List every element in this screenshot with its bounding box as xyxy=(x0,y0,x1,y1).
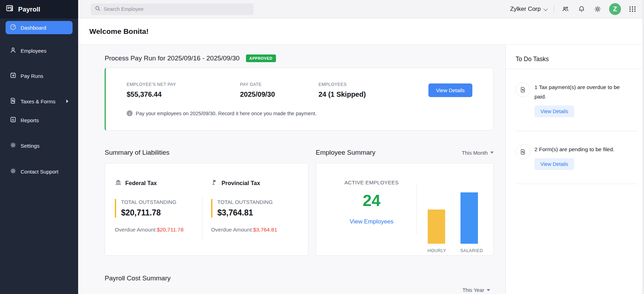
chevron-down-icon xyxy=(544,6,548,11)
month-filter-dropdown[interactable]: This Month xyxy=(462,150,494,156)
todo-task-pending-forms: 2 Form(s) are pending to be filed. View … xyxy=(506,131,644,170)
year-filter-dropdown[interactable]: This Year xyxy=(462,287,494,293)
filter-value: This Year xyxy=(462,287,484,293)
hourly-bar xyxy=(428,210,445,244)
flag-icon xyxy=(211,179,218,187)
bar-label-hourly: HOURLY xyxy=(428,248,445,253)
task-view-details-button[interactable]: View Details xyxy=(534,158,574,170)
sidebar-item-reports[interactable]: Reports xyxy=(6,113,73,127)
avatar-letter: Z xyxy=(613,6,617,13)
payroll-cost-section: Payroll Cost Summary This Year xyxy=(105,274,494,293)
liabilities-section: Summary of Liabilities xyxy=(105,148,308,256)
outstanding-label: TOTAL OUTSTANDING xyxy=(121,199,202,205)
employees-icon xyxy=(10,47,16,54)
payroll-cost-heading: Payroll Cost Summary xyxy=(105,274,494,282)
page-scrollbar[interactable] xyxy=(642,0,644,294)
sidebar-item-taxes-forms[interactable]: Taxes & Forms xyxy=(6,95,73,108)
payroll-app: Payroll Dashboard Employees xyxy=(0,0,644,294)
caret-down-icon xyxy=(487,289,490,291)
provincial-tax-block: Provincial Tax TOTAL OUTSTANDING $3,764.… xyxy=(202,179,277,255)
liabilities-card: Federal Tax TOTAL OUTSTANDING $20,711.78… xyxy=(105,163,308,256)
sidebar-item-dashboard[interactable]: Dashboard xyxy=(6,21,73,34)
app-logo: Payroll xyxy=(0,0,78,19)
payroll-logo-icon xyxy=(6,4,15,15)
active-employees-label: ACTIVE EMPLOYEES xyxy=(344,179,399,185)
todo-heading: To Do Tasks xyxy=(516,56,549,63)
stat-label: EMPLOYEE'S NET PAY xyxy=(127,82,240,87)
bar-salaried xyxy=(460,192,478,244)
task-text: 1 Tax payment(s) are overdue to be paid. xyxy=(534,82,631,101)
status-badge: APPROVED xyxy=(246,54,276,62)
pay-run-card: EMPLOYEE'S NET PAY $55,376.44 PAY DATE 2… xyxy=(105,68,494,131)
dashboard-icon xyxy=(10,24,16,31)
task-view-details-button[interactable]: View Details xyxy=(534,105,574,117)
view-employees-link[interactable]: View Employees xyxy=(350,218,393,225)
overdue-label: Overdue Amount: xyxy=(115,227,157,233)
pay-run-note: i Pay your employees on 2025/09/30. Reco… xyxy=(127,110,472,116)
sidebar-item-contact-support[interactable]: Contact Support xyxy=(6,165,73,178)
topbar-divider xyxy=(554,5,554,13)
bell-icon[interactable] xyxy=(577,5,586,14)
salaried-bar xyxy=(460,192,478,244)
form-document-icon xyxy=(516,145,530,159)
task-text: 2 Form(s) are pending to be filed. xyxy=(534,145,631,154)
page-title: Welcome Bonita! xyxy=(89,27,149,36)
sidebar-nav: Dashboard Employees Pay Runs xyxy=(0,19,78,178)
sidebar-item-label: Contact Support xyxy=(21,169,58,175)
employee-search[interactable] xyxy=(91,3,254,15)
pay-run-header: Process Pay Run for 2025/09/16 - 2025/09… xyxy=(105,54,494,62)
overdue-amount: $3,764.81 xyxy=(253,227,277,233)
bank-icon xyxy=(115,179,122,187)
todo-panel: To Do Tasks 1 Tax payment(s) are overdue… xyxy=(506,45,644,294)
tax-document-icon xyxy=(516,82,530,97)
gear-icon[interactable] xyxy=(593,5,602,14)
bar-label-salaried: SALARIED xyxy=(460,248,478,253)
welcome-band: Welcome Bonita! xyxy=(78,19,644,45)
pay-run-stats: EMPLOYEE'S NET PAY $55,376.44 PAY DATE 2… xyxy=(127,82,472,98)
provincial-outstanding: TOTAL OUTSTANDING $3,764.81 xyxy=(211,199,277,218)
sidebar-item-employees[interactable]: Employees xyxy=(6,44,73,57)
federal-overdue: Overdue Amount:$20,711.78 xyxy=(115,227,202,233)
sidebar-item-settings[interactable]: Settings xyxy=(6,139,73,152)
outstanding-amount: $3,764.81 xyxy=(217,208,277,218)
taxes-forms-icon xyxy=(10,97,16,105)
federal-tax-block: Federal Tax TOTAL OUTSTANDING $20,711.78… xyxy=(115,179,202,255)
main-column: Zylker Corp xyxy=(78,0,644,294)
reports-icon xyxy=(10,116,16,124)
employee-summary-heading: Employee Summary xyxy=(316,149,375,156)
stat-label: PAY DATE xyxy=(240,82,319,87)
task-divider xyxy=(516,184,638,184)
submenu-chevron-icon xyxy=(66,100,68,103)
provincial-overdue: Overdue Amount:$3,764.81 xyxy=(211,227,277,233)
overdue-amount: $20,711.78 xyxy=(157,227,184,233)
pay-run-title: Process Pay Run for 2025/09/16 - 2025/09… xyxy=(105,54,240,62)
users-icon[interactable] xyxy=(561,5,570,14)
sidebar: Payroll Dashboard Employees xyxy=(0,0,78,294)
sidebar-item-label: Reports xyxy=(21,117,39,123)
search-input[interactable] xyxy=(104,6,249,12)
dashboard-content: Process Pay Run for 2025/09/16 - 2025/09… xyxy=(78,45,506,294)
view-details-button[interactable]: View Details xyxy=(428,83,472,97)
stat-value: 24 (1 Skipped) xyxy=(319,90,366,98)
stat-value: 2025/09/30 xyxy=(240,90,319,98)
filter-value: This Month xyxy=(462,150,488,156)
topbar-actions: Zylker Corp xyxy=(510,3,637,15)
outstanding-amount: $20,711.78 xyxy=(121,208,202,218)
org-switcher[interactable]: Zylker Corp xyxy=(510,6,547,13)
apps-grid-icon[interactable] xyxy=(628,5,637,14)
federal-outstanding: TOTAL OUTSTANDING $20,711.78 xyxy=(115,199,202,218)
avatar[interactable]: Z xyxy=(609,3,621,15)
employee-summary-section: Employee Summary This Month ACTIVE EMPLO… xyxy=(316,148,494,256)
active-employees-count: 24 xyxy=(362,191,380,210)
settings-icon xyxy=(10,142,16,149)
sidebar-item-label: Taxes & Forms xyxy=(21,98,55,104)
liability-name: Provincial Tax xyxy=(222,180,260,186)
sidebar-item-pay-runs[interactable]: Pay Runs xyxy=(6,69,73,82)
employee-summary-card: ACTIVE EMPLOYEES 24 View Employees xyxy=(316,163,494,256)
caret-down-icon xyxy=(490,152,494,154)
todo-task-tax-payments: 1 Tax payment(s) are overdue to be paid.… xyxy=(506,69,644,117)
note-text: Pay your employees on 2025/09/30. Record… xyxy=(136,111,316,116)
org-name: Zylker Corp xyxy=(510,6,541,13)
search-icon xyxy=(95,6,100,13)
chart-divider xyxy=(417,184,417,234)
